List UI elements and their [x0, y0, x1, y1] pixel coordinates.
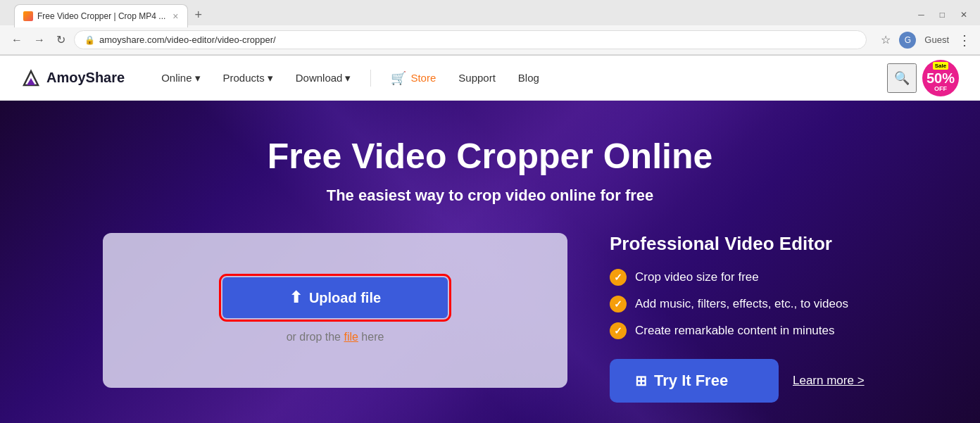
feature-text-3: Create remarkable content in minutes — [635, 324, 834, 338]
feature-text-2: Add music, filters, effects, etc., to vi… — [635, 297, 848, 311]
hero-title: Free Video Cropper Online — [268, 136, 713, 177]
browser-right-controls: ☆ G Guest ⋮ — [878, 30, 972, 49]
site-navigation: AmoyShare Online ▾ Products ▾ Download ▾… — [0, 56, 980, 101]
cta-row: ⊞ Try It Free Learn more > — [610, 359, 877, 403]
windows-icon: ⊞ — [635, 372, 647, 389]
sale-label-tag: Sale — [933, 62, 948, 70]
sale-badge[interactable]: Sale 50% OFF — [922, 60, 959, 96]
nav-online[interactable]: Online ▾ — [153, 66, 208, 90]
panel-title: Professional Video Editor — [610, 233, 877, 255]
maximize-button[interactable]: □ — [934, 7, 950, 23]
cart-icon: 🛒 — [391, 70, 406, 86]
feature-item-3: ✓ Create remarkable content in minutes — [610, 322, 877, 339]
nav-support[interactable]: Support — [450, 66, 504, 89]
drop-file-link[interactable]: file — [344, 331, 358, 343]
try-free-button[interactable]: ⊞ Try It Free — [610, 359, 779, 403]
drop-prefix: or drop the — [287, 331, 344, 343]
profile-label[interactable]: Guest — [922, 32, 952, 48]
upload-file-button[interactable]: ⬆ Upload file — [222, 277, 448, 318]
tab-favicon — [23, 11, 33, 21]
logo-icon — [21, 68, 41, 88]
url-text: amoyshare.com/video-editor/video-cropper… — [99, 34, 276, 45]
check-icon-2: ✓ — [610, 296, 627, 312]
nav-blog[interactable]: Blog — [510, 66, 548, 89]
hero-section: Free Video Cropper Online The easiest wa… — [0, 101, 980, 423]
nav-download[interactable]: Download ▾ — [287, 66, 360, 90]
upload-box: ⬆ Upload file or drop the file here — [103, 233, 567, 388]
nav-links: Online ▾ Products ▾ Download ▾ 🛒 Store S… — [153, 65, 887, 91]
address-bar: ← → ↻ 🔒 amoyshare.com/video-editor/video… — [0, 25, 980, 55]
sale-percentage: 50% — [926, 71, 955, 85]
upload-icon: ⬆ — [289, 289, 302, 307]
nav-products[interactable]: Products ▾ — [215, 66, 282, 90]
search-button[interactable]: 🔍 — [887, 63, 917, 93]
refresh-button[interactable]: ↻ — [54, 30, 68, 49]
browser-menu-button[interactable]: ⋮ — [957, 32, 972, 49]
nav-separator — [370, 70, 371, 87]
hero-subtitle: The easiest way to crop video online for… — [327, 187, 654, 205]
tab-bar: Free Video Cropper | Crop MP4 ... × + — [7, 2, 216, 27]
chevron-down-icon: ▾ — [345, 72, 351, 84]
tab-title: Free Video Cropper | Crop MP4 ... — [37, 11, 165, 21]
sale-off-label: OFF — [934, 85, 947, 92]
tab-close-button[interactable]: × — [172, 11, 178, 22]
hero-content: ⬆ Upload file or drop the file here Prof… — [103, 233, 877, 403]
back-button[interactable]: ← — [8, 31, 25, 49]
new-tab-button[interactable]: + — [188, 5, 210, 25]
check-icon-1: ✓ — [610, 269, 627, 286]
profile-icon: G — [899, 32, 916, 49]
feature-text-1: Crop video size for free — [635, 270, 759, 284]
learn-more-link[interactable]: Learn more > — [793, 374, 865, 388]
url-bar[interactable]: 🔒 amoyshare.com/video-editor/video-cropp… — [74, 30, 867, 49]
right-panel: Professional Video Editor ✓ Crop video s… — [610, 233, 877, 403]
logo-text: AmoyShare — [46, 70, 125, 86]
chevron-down-icon: ▾ — [195, 72, 201, 84]
feature-item-1: ✓ Crop video size for free — [610, 269, 877, 286]
browser-tab[interactable]: Free Video Cropper | Crop MP4 ... × — [14, 4, 188, 27]
forward-button[interactable]: → — [31, 31, 48, 49]
feature-item-2: ✓ Add music, filters, effects, etc., to … — [610, 296, 877, 312]
minimize-button[interactable]: ─ — [912, 7, 930, 23]
nav-store[interactable]: 🛒 Store — [382, 65, 444, 91]
logo-link[interactable]: AmoyShare — [21, 68, 125, 88]
browser-chrome: Free Video Cropper | Crop MP4 ... × + ─ … — [0, 0, 980, 56]
close-button[interactable]: ✕ — [955, 7, 973, 23]
svg-marker-1 — [27, 78, 35, 85]
drop-text: or drop the file here — [287, 331, 384, 343]
bookmarks-button[interactable]: ☆ — [878, 30, 893, 49]
try-free-label: Try It Free — [654, 372, 728, 390]
window-controls: ─ □ ✕ — [912, 7, 973, 23]
feature-list: ✓ Crop video size for free ✓ Add music, … — [610, 269, 877, 339]
check-icon-3: ✓ — [610, 322, 627, 339]
title-bar: Free Video Cropper | Crop MP4 ... × + ─ … — [0, 0, 980, 25]
upload-button-label: Upload file — [309, 290, 381, 306]
upload-section: ⬆ Upload file or drop the file here — [103, 233, 567, 388]
chevron-down-icon: ▾ — [268, 72, 273, 84]
lock-icon: 🔒 — [84, 35, 95, 45]
drop-suffix: here — [358, 331, 384, 343]
